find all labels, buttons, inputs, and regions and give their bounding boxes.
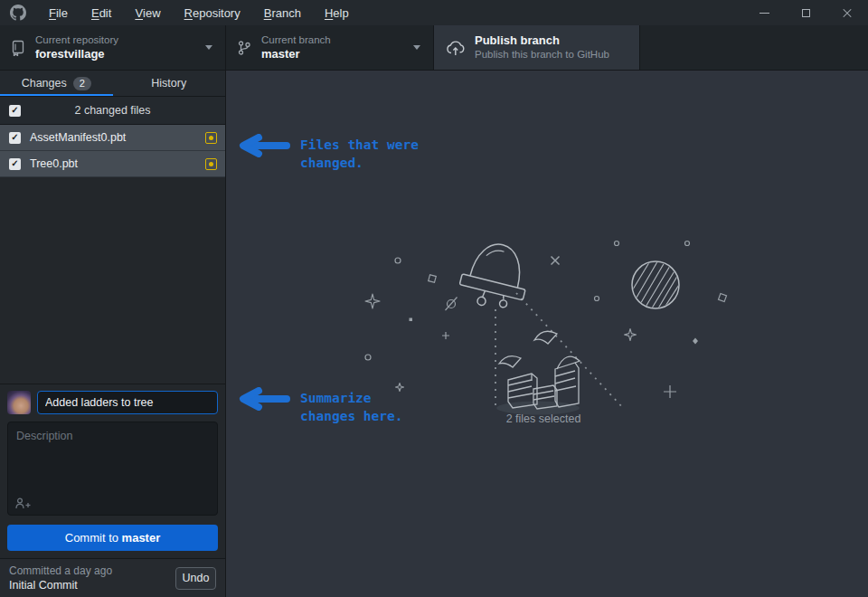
repository-name: forestvillage (35, 47, 118, 62)
file-checkbox[interactable]: ✓ (9, 158, 21, 170)
add-coauthor-icon[interactable] (15, 498, 31, 509)
commit-summary-input[interactable] (37, 391, 218, 414)
menu-help[interactable]: Help (313, 0, 361, 25)
minimize-button[interactable] (743, 0, 785, 25)
github-desktop-window: File Edit View Repository Branch Help Cu… (0, 0, 868, 597)
file-list-empty-space (0, 177, 225, 384)
file-name: Tree0.pbt (30, 157, 78, 170)
arrow-left-icon (235, 134, 291, 157)
maximize-button[interactable] (785, 0, 826, 25)
last-commit-bar: Committed a day ago Initial Commit Undo (0, 558, 225, 597)
annotation-line: changed. (300, 154, 419, 172)
arrow-left-icon (235, 387, 291, 411)
publish-branch-button[interactable]: Publish branch Publish this branch to Gi… (434, 25, 640, 70)
menu-edit[interactable]: Edit (80, 0, 123, 25)
commit-button[interactable]: Commit to master (7, 525, 218, 551)
changed-files-header: ✓ 2 changed files (0, 97, 225, 125)
select-all-checkbox[interactable]: ✓ (9, 105, 21, 117)
file-name: AssetManifest0.pbt (30, 131, 126, 144)
files-selected-caption: 2 files selected (506, 412, 581, 425)
branch-icon (237, 40, 251, 56)
menu-view[interactable]: View (123, 0, 172, 25)
repository-label: Current repository (35, 33, 118, 47)
close-icon (842, 7, 853, 18)
close-button[interactable] (826, 0, 868, 25)
github-logo-icon (10, 5, 26, 21)
user-avatar (7, 391, 31, 414)
menu-branch[interactable]: Branch (252, 0, 313, 25)
annotation-line: Summarize (300, 389, 403, 407)
annotation-line: Files that were (300, 136, 419, 154)
current-repository-dropdown[interactable]: Current repository forestvillage (0, 25, 226, 70)
tab-changes-label: Changes (22, 77, 67, 90)
chevron-down-icon (205, 45, 212, 50)
commit-description-box (7, 422, 218, 516)
sidebar: Changes 2 History ✓ 2 changed files ✓ As… (0, 71, 226, 597)
minimize-icon (760, 13, 769, 14)
publish-subtitle: Publish this branch to GitHub (475, 48, 609, 62)
commit-button-branch: master (122, 531, 161, 545)
toolbar: Current repository forestvillage Current… (0, 25, 868, 71)
main-panel: 2 files selected Files that were changed… (226, 71, 868, 597)
file-row[interactable]: ✓ Tree0.pbt (0, 151, 225, 177)
window-controls (743, 0, 868, 25)
sidebar-tabs: Changes 2 History (0, 71, 225, 97)
last-commit-time: Committed a day ago (9, 564, 175, 578)
tab-history-label: History (151, 77, 186, 90)
titlebar: File Edit View Repository Branch Help (0, 0, 868, 25)
modified-status-icon (205, 132, 217, 144)
commit-description-input[interactable] (8, 422, 217, 491)
repo-icon (11, 40, 25, 56)
commit-panel: Commit to master (0, 384, 225, 558)
menu-file[interactable]: File (37, 0, 80, 25)
undo-button[interactable]: Undo (175, 567, 216, 590)
publish-title: Publish branch (475, 33, 609, 48)
tab-changes[interactable]: Changes 2 (0, 71, 113, 96)
branch-label: Current branch (261, 33, 331, 47)
tab-history[interactable]: History (113, 71, 226, 96)
last-commit-title: Initial Commit (9, 578, 175, 592)
cloud-upload-icon (445, 39, 465, 57)
annotation-summarize: Summarize changes here. (235, 387, 403, 425)
current-branch-dropdown[interactable]: Current branch master (226, 25, 434, 70)
chevron-down-icon (413, 45, 420, 50)
content: Changes 2 History ✓ 2 changed files ✓ As… (0, 71, 868, 597)
changes-count-badge: 2 (73, 77, 91, 90)
changed-files-count: 2 changed files (0, 104, 225, 117)
file-row[interactable]: ✓ AssetManifest0.pbt (0, 125, 225, 151)
modified-status-icon (205, 158, 217, 170)
maximize-icon (802, 9, 810, 17)
annotation-files-changed: Files that were changed. (235, 134, 419, 172)
menu-repository[interactable]: Repository (173, 0, 252, 25)
annotation-line: changes here. (300, 407, 403, 425)
file-checkbox[interactable]: ✓ (9, 132, 21, 144)
branch-name: master (261, 47, 331, 62)
empty-state-illustration (348, 226, 746, 434)
menu-bar: File Edit View Repository Branch Help (37, 0, 361, 25)
commit-button-label: Commit to (65, 531, 122, 545)
